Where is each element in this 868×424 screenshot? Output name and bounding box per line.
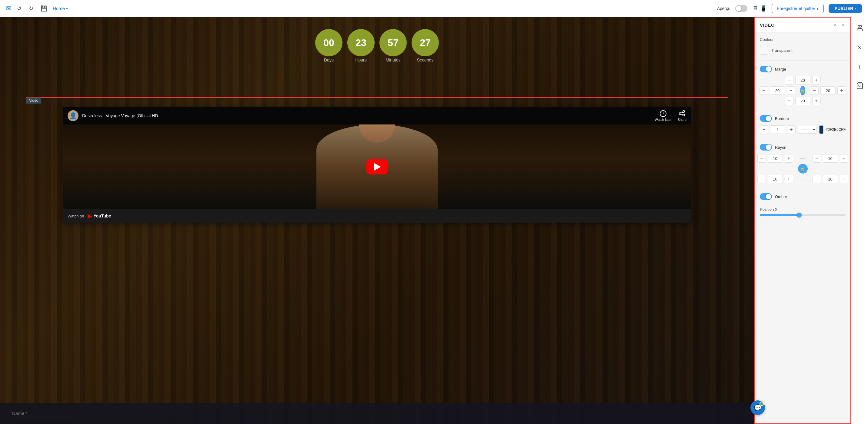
far-right-sidebar: × + [851, 17, 868, 424]
rayon-section: Rayon − 10 + — − 10 + [755, 139, 850, 188]
video-section: Vidéo 👤 Desireless - Voyage Voyage (Offi… [26, 97, 728, 229]
color-swatch[interactable] [760, 46, 768, 55]
home-menu[interactable]: Home ▾ [53, 6, 68, 11]
desktop-icon[interactable]: 🖥 [752, 5, 758, 11]
topbar-right: Aperçu 🖥 📱 Enregistrer et quitter ▾ PUBL… [717, 4, 862, 13]
share-action[interactable]: Share [678, 110, 686, 122]
rayon-label: Rayon [775, 145, 786, 150]
ombre-toggle[interactable] [760, 193, 772, 200]
redo-button[interactable]: ↻ [27, 4, 35, 13]
margin-right-minus[interactable]: − [810, 86, 818, 95]
rayon-bl-plus[interactable]: + [785, 175, 793, 183]
yt-play-button[interactable] [366, 159, 388, 174]
name-field[interactable] [12, 409, 73, 418]
device-icons: 🖥 📱 [752, 5, 767, 12]
border-controls-row: − 1 + —— - - - ··· #0F2E5CFF [760, 125, 845, 134]
panel-icons: ✕ × [832, 22, 845, 28]
countdown-hours-circle: 23 [347, 29, 375, 56]
form-area [0, 403, 754, 424]
publish-button[interactable]: PUBLIER › [829, 4, 862, 13]
mobile-icon[interactable]: 📱 [760, 5, 767, 12]
margin-right-control: − 20 + [810, 86, 846, 95]
position-x-slider-track[interactable] [760, 214, 845, 216]
margin-right-value: 20 [820, 86, 836, 95]
youtube-text: YouTube [93, 214, 111, 218]
cart-icon[interactable] [854, 80, 866, 93]
apercu-toggle[interactable] [735, 5, 747, 12]
marge-toggle[interactable] [760, 66, 772, 72]
bordure-section: Bordure − 1 + —— - - - ··· #0F2E5CFF [755, 110, 850, 139]
border-width-minus[interactable]: − [760, 125, 768, 134]
rayon-tr-minus[interactable]: − [812, 154, 821, 163]
rayon-br-plus[interactable]: + [840, 175, 848, 183]
ombre-toggle-knob [766, 194, 771, 199]
border-style-select[interactable]: —— - - - ··· [798, 126, 817, 134]
rayon-tl-minus[interactable]: − [757, 154, 766, 163]
marge-toggle-row: Marge [760, 66, 845, 72]
margin-left-minus[interactable]: − [760, 86, 768, 95]
countdown-days-label: Days [324, 58, 334, 62]
right-panel: VIDÉO ✕ × Couleur Transparent [754, 17, 851, 424]
margin-right-plus[interactable]: + [837, 86, 846, 95]
youtube-icon: ▶ [88, 212, 92, 220]
watch-later-action[interactable]: Watch later [655, 110, 671, 122]
panel-title: VIDÉO [760, 23, 775, 28]
panel-close-icon[interactable]: × [841, 22, 845, 28]
margin-top-plus[interactable]: + [812, 76, 821, 85]
position-x-label: Position X [760, 207, 845, 212]
save-quit-button[interactable]: Enregistrer et quitter ▾ [772, 4, 824, 13]
margin-lr-row: − 20 + 🔒 − 20 + [760, 86, 845, 95]
rayon-br-control: − 10 + [812, 175, 848, 183]
marge-section: Marge − 20 + − 20 + [755, 61, 850, 110]
mail-icon: ✉ [6, 4, 11, 12]
main-area: 00 Days 23 Hours 57 Minutes 27 Se [0, 17, 868, 424]
border-color-swatch[interactable] [819, 125, 824, 134]
margin-bottom-minus[interactable]: − [785, 97, 794, 105]
save-button[interactable]: 💾 [39, 4, 49, 13]
bordure-label: Bordure [775, 116, 789, 121]
undo-button[interactable]: ↺ [15, 4, 23, 13]
yt-video-title: Desireless - Voyage Voyage (Official HD.… [82, 113, 651, 118]
rayon-bottom-row: − 10 + — − 10 + [760, 175, 845, 183]
border-width-plus[interactable]: + [787, 125, 796, 134]
yt-logo: ▶ YouTube [88, 212, 111, 220]
countdown-days: 00 Days [315, 29, 342, 62]
watch-on-label: Watch on [68, 214, 84, 218]
rayon-tl-control: − 10 + [757, 154, 793, 163]
rayon-toggle-knob [766, 144, 771, 150]
add-element-icon[interactable]: + [855, 60, 864, 74]
position-x-slider-thumb[interactable] [797, 213, 802, 218]
apercu-toggle-knob [736, 6, 741, 11]
rayon-tl-plus[interactable]: + [785, 154, 793, 163]
home-label: Home [53, 6, 65, 11]
margin-left-plus[interactable]: + [787, 86, 795, 95]
rayon-bl-minus[interactable]: − [757, 175, 766, 183]
share-label: Share [678, 118, 686, 122]
rayon-lock-button[interactable]: 🔒 [798, 164, 808, 173]
users-icon[interactable] [854, 22, 866, 35]
margin-top-minus[interactable]: − [785, 76, 794, 85]
bordure-toggle[interactable] [760, 115, 772, 122]
rayon-br-minus[interactable]: − [812, 175, 821, 183]
margin-top-row: − 20 + [760, 76, 845, 85]
save-quit-chevron-icon: ▾ [816, 6, 818, 11]
border-hex-label: #0F2E5CFF [826, 128, 845, 132]
rayon-tr-plus[interactable]: + [840, 154, 848, 163]
ombre-toggle-row: Ombre [760, 193, 845, 200]
yt-video-area[interactable] [63, 125, 691, 209]
topbar: ✉ ↺ ↻ 💾 Home ▾ Aperçu 🖥 📱 Enregistrer et… [0, 0, 868, 17]
margin-bottom-plus[interactable]: + [812, 97, 821, 105]
close-icon[interactable]: × [855, 41, 864, 54]
rayon-toggle[interactable] [760, 144, 772, 151]
margin-left-value: 20 [770, 86, 785, 95]
panel-pin-icon[interactable]: ✕ [832, 22, 838, 28]
youtube-embed[interactable]: 👤 Desireless - Voyage Voyage (Official H… [63, 107, 691, 223]
margin-left-control: − 20 + [760, 86, 795, 95]
rayon-tr-control: − 10 + [812, 154, 848, 163]
countdown-hours: 23 Hours [347, 29, 375, 62]
margin-lock-button[interactable]: 🔒 [800, 86, 805, 95]
margin-bottom-control: − 20 + [785, 97, 821, 105]
name-input[interactable] [12, 409, 73, 418]
video-panel: VIDÉO ✕ × Couleur Transparent [754, 17, 851, 424]
couleur-label: Couleur [760, 37, 845, 42]
